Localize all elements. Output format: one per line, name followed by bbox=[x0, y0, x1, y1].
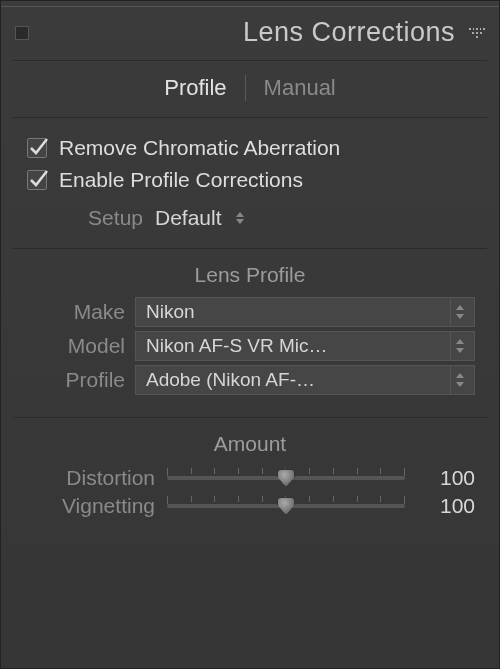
distortion-value: 100 bbox=[417, 466, 475, 490]
model-dropdown[interactable]: Nikon AF-S VR Mic… bbox=[135, 331, 475, 361]
panel-disclosure-icon[interactable] bbox=[469, 26, 485, 40]
tab-profile[interactable]: Profile bbox=[146, 75, 244, 101]
vignetting-slider[interactable] bbox=[167, 494, 405, 518]
profile-dropdown[interactable]: Adobe (Nikon AF-… bbox=[135, 365, 475, 395]
stepper-icon bbox=[450, 298, 468, 326]
distortion-slider[interactable] bbox=[167, 466, 405, 490]
make-dropdown[interactable]: Nikon bbox=[135, 297, 475, 327]
section-amount: Amount Distortion 100 Vignetting 100 bbox=[13, 418, 487, 540]
section-checks: Remove Chromatic Aberration Enable Profi… bbox=[13, 118, 487, 249]
section-lens-profile: Lens Profile Make Nikon Model Nikon AF-S… bbox=[13, 249, 487, 418]
label-remove-ca: Remove Chromatic Aberration bbox=[59, 136, 340, 160]
checkbox-remove-ca[interactable] bbox=[27, 138, 47, 158]
make-value: Nikon bbox=[146, 301, 444, 323]
vignetting-label: Vignetting bbox=[25, 494, 155, 518]
setup-value: Default bbox=[155, 206, 222, 230]
slider-knob-icon[interactable] bbox=[277, 469, 295, 487]
tab-manual[interactable]: Manual bbox=[246, 75, 354, 101]
label-enable-profile: Enable Profile Corrections bbox=[59, 168, 303, 192]
checkbox-enable-profile[interactable] bbox=[27, 170, 47, 190]
profile-value: Adobe (Nikon AF-… bbox=[146, 369, 444, 391]
lens-corrections-panel: Lens Corrections Profile Manual Remove C… bbox=[0, 0, 500, 669]
slider-knob-icon[interactable] bbox=[277, 497, 295, 515]
stepper-icon bbox=[450, 332, 468, 360]
vignetting-value: 100 bbox=[417, 494, 475, 518]
setup-label: Setup bbox=[73, 206, 143, 230]
model-value: Nikon AF-S VR Mic… bbox=[146, 335, 444, 357]
make-label: Make bbox=[25, 300, 125, 324]
stepper-icon bbox=[450, 366, 468, 394]
tab-bar: Profile Manual bbox=[13, 61, 487, 118]
profile-label: Profile bbox=[25, 368, 125, 392]
setup-stepper-icon[interactable] bbox=[236, 212, 244, 224]
panel-header: Lens Corrections bbox=[1, 7, 499, 54]
panel-toggle-swatch[interactable] bbox=[15, 26, 29, 40]
amount-title: Amount bbox=[25, 432, 475, 456]
lens-profile-title: Lens Profile bbox=[25, 263, 475, 287]
panel-title: Lens Corrections bbox=[243, 17, 455, 48]
setup-row[interactable]: Setup Default bbox=[25, 196, 475, 230]
distortion-label: Distortion bbox=[25, 466, 155, 490]
model-label: Model bbox=[25, 334, 125, 358]
